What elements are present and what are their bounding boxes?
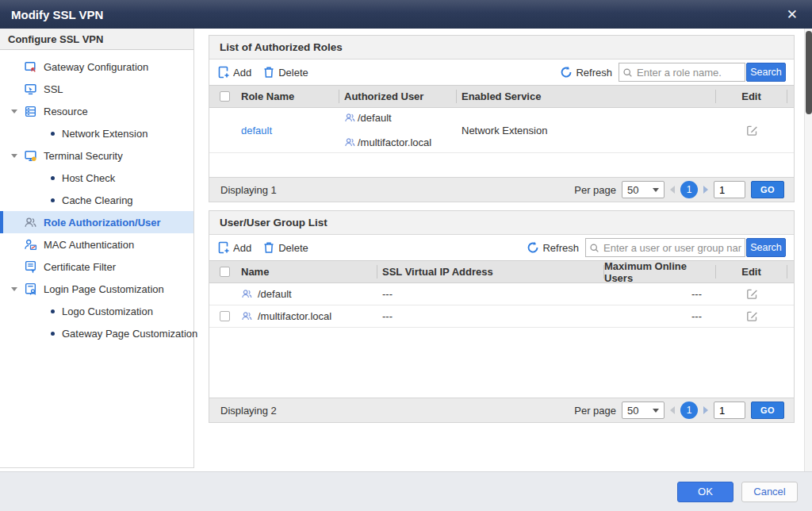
refresh-button[interactable]: Refresh xyxy=(527,241,579,254)
refresh-button[interactable]: Refresh xyxy=(560,66,612,79)
authorized-roles-panel-title: List of Authorized Roles xyxy=(209,36,794,60)
role-search-button[interactable]: Search xyxy=(746,63,786,82)
chevron-down-icon xyxy=(653,188,659,192)
sidebar-item-label: Network Extension xyxy=(62,128,147,140)
certificate-filter-icon xyxy=(24,260,37,274)
sidebar-item-logo-customization[interactable]: Logo Customization xyxy=(0,300,193,322)
ssl-icon xyxy=(24,83,37,96)
sidebar-item-host-check[interactable]: Host Check xyxy=(0,167,193,189)
sidebar-item-gateway-page-customization[interactable]: Gateway Page Customization xyxy=(0,322,193,344)
sidebar-item-label: Host Check xyxy=(62,172,115,184)
chevron-down-icon xyxy=(653,409,659,413)
edit-icon[interactable] xyxy=(745,309,759,323)
user-group-icon xyxy=(241,288,253,300)
sidebar-item-mac-authentication[interactable]: MAC Authentication xyxy=(0,233,193,256)
user-name: /default xyxy=(258,288,292,300)
user-search-input[interactable] xyxy=(585,238,745,257)
close-icon[interactable]: ✕ xyxy=(783,6,801,23)
terminal-security-icon xyxy=(24,149,37,163)
bullet-icon xyxy=(51,176,55,180)
user-search-button[interactable]: Search xyxy=(746,238,786,257)
column-enabled-service: Enabled Service xyxy=(457,90,716,103)
sidebar-item-terminal-security[interactable]: Terminal Security xyxy=(0,144,193,167)
sidebar-item-label: Login Page Customization xyxy=(44,283,164,295)
role-authorization-icon xyxy=(24,216,37,229)
per-page-select[interactable]: 50 xyxy=(622,181,665,198)
scrollbar-thumb[interactable] xyxy=(806,31,812,114)
prev-page-icon[interactable] xyxy=(670,186,675,194)
sidebar-item-gateway-configuration[interactable]: Gateway Configuration xyxy=(0,56,193,78)
sidebar-item-label: Gateway Configuration xyxy=(44,61,148,73)
sidebar-item-certificate-filter[interactable]: Certificate Filter xyxy=(0,256,193,278)
role-name-link[interactable]: default xyxy=(241,125,272,136)
main-content: List of Authorized Roles Add Delete Refr… xyxy=(209,35,795,423)
edit-icon[interactable] xyxy=(745,124,759,137)
refresh-icon xyxy=(527,241,539,254)
sidebar-item-ssl[interactable]: SSL xyxy=(0,78,193,100)
sidebar-item-cache-clearing[interactable]: Cache Clearing xyxy=(0,189,193,211)
dialog-titlebar: Modify SSL VPN ✕ xyxy=(0,0,812,29)
sidebar-item-role-authorization-user[interactable]: Role Authorization/User xyxy=(0,211,193,233)
go-button[interactable]: GO xyxy=(751,181,784,198)
cancel-button[interactable]: Cancel xyxy=(741,482,798,502)
authorized-roles-panel: List of Authorized Roles Add Delete Refr… xyxy=(209,35,795,202)
sidebar-item-resource[interactable]: Resource xyxy=(0,100,193,122)
row-checkbox[interactable] xyxy=(220,311,230,321)
authorized-user: /default xyxy=(358,112,392,124)
authorized-roles-toolbar: Add Delete Refresh Search xyxy=(209,60,794,85)
select-all-users-checkbox[interactable] xyxy=(220,267,230,277)
ok-button[interactable]: OK xyxy=(677,482,733,502)
add-button[interactable]: Add xyxy=(217,66,251,79)
bullet-icon xyxy=(51,132,55,136)
dialog-footer: OK Cancel xyxy=(0,471,812,511)
next-page-icon[interactable] xyxy=(703,406,708,414)
select-all-roles-checkbox[interactable] xyxy=(220,91,230,102)
sidebar-item-label: SSL xyxy=(44,83,63,95)
current-page-button[interactable]: 1 xyxy=(680,402,698,419)
sidebar-item-login-page-customization[interactable]: Login Page Customization xyxy=(0,278,193,300)
max-online-users: --- xyxy=(604,288,716,300)
pagination: Per page 50 1 GO xyxy=(574,402,784,419)
dialog-title: Modify SSL VPN xyxy=(11,8,103,21)
current-page-button[interactable]: 1 xyxy=(680,181,698,198)
expander-icon[interactable] xyxy=(5,287,24,291)
gateway-configuration-icon xyxy=(24,60,37,74)
per-page-label: Per page xyxy=(574,405,616,417)
add-icon xyxy=(217,66,230,79)
expander-icon[interactable] xyxy=(5,110,24,113)
page-number-input[interactable] xyxy=(714,181,745,198)
go-button[interactable]: GO xyxy=(751,402,784,419)
vertical-scrollbar[interactable] xyxy=(804,29,812,471)
user-name: /multifactor.local xyxy=(258,310,331,322)
user-group-icon xyxy=(344,136,356,148)
edit-icon[interactable] xyxy=(745,287,759,301)
role-search-input[interactable] xyxy=(619,63,745,82)
per-page-label: Per page xyxy=(574,184,616,196)
sidebar-item-label: Resource xyxy=(44,106,88,117)
trash-icon xyxy=(262,66,275,79)
resource-icon xyxy=(24,105,37,118)
bullet-icon xyxy=(51,198,55,202)
table-row: /multifactor.local --- --- xyxy=(209,305,794,328)
column-role-name: Role Name xyxy=(238,90,339,103)
sidebar-header: Configure SSL VPN xyxy=(0,29,193,50)
expander-icon[interactable] xyxy=(5,154,24,158)
bullet-icon xyxy=(51,332,55,336)
trash-icon xyxy=(262,241,275,254)
refresh-icon xyxy=(560,66,573,79)
prev-page-icon[interactable] xyxy=(670,406,675,414)
user-group-panel: User/User Group List Add Delete Refresh xyxy=(209,210,795,423)
column-max-online-users: Maximum Online Users xyxy=(604,265,716,279)
sidebar-item-network-extension[interactable]: Network Extension xyxy=(0,122,193,144)
sidebar-item-label: MAC Authentication xyxy=(44,239,134,251)
delete-button[interactable]: Delete xyxy=(262,241,308,254)
add-button[interactable]: Add xyxy=(217,241,251,254)
per-page-select[interactable]: 50 xyxy=(622,402,665,419)
column-ssl-virtual-ip: SSL Virtual IP Address xyxy=(377,265,604,279)
sidebar-item-label: Gateway Page Customization xyxy=(62,328,197,340)
user-group-icon xyxy=(241,310,253,322)
delete-button[interactable]: Delete xyxy=(262,66,308,79)
pagination: Per page 50 1 GO xyxy=(574,181,784,198)
next-page-icon[interactable] xyxy=(703,186,708,194)
page-number-input[interactable] xyxy=(714,402,745,419)
